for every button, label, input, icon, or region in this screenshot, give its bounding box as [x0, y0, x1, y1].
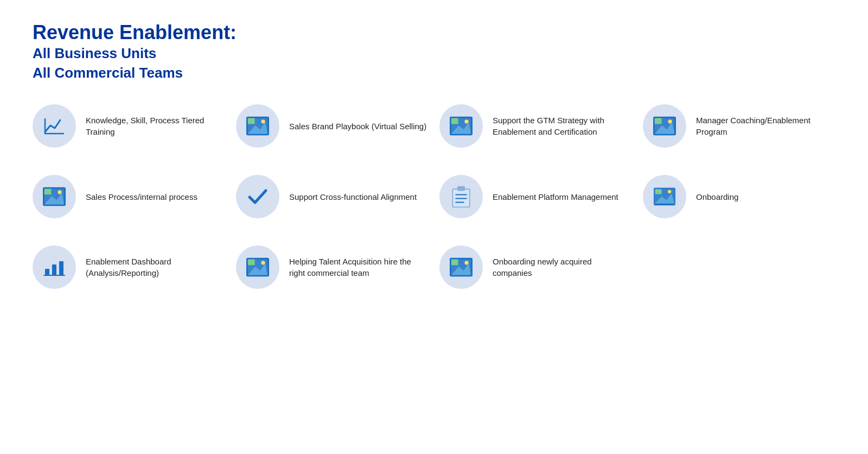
svg-rect-32	[45, 269, 49, 275]
item-label: Helping Talent Acquisition hire the righ…	[289, 256, 429, 279]
main-title: Revenue Enablement:	[33, 22, 835, 43]
items-grid: Knowledge, Skill, Process Tiered Trainin…	[33, 104, 835, 289]
item-label: Sales Process/internal process	[86, 191, 197, 203]
list-item: Support the GTM Strategy with Enablement…	[439, 104, 632, 148]
svg-point-11	[464, 120, 468, 124]
svg-point-6	[261, 120, 265, 124]
item-label: Enablement Dashboard (Analysis/Reporting…	[86, 256, 225, 279]
svg-point-45	[464, 261, 468, 265]
svg-point-21	[58, 191, 61, 194]
svg-point-16	[668, 120, 672, 124]
bar-icon	[33, 245, 76, 289]
image_light-icon	[643, 175, 686, 218]
page-container: Revenue Enablement: All Business Units A…	[0, 0, 868, 311]
item-label: Support the GTM Strategy with Enablement…	[493, 115, 632, 137]
list-item: Enablement Platform Management	[439, 175, 632, 218]
item-label: Support Cross-functional Alignment	[289, 191, 417, 203]
item-label: Enablement Platform Management	[493, 191, 618, 203]
svg-point-40	[261, 261, 265, 265]
list-item: Onboarding newly acquired companies	[439, 245, 632, 289]
image-icon	[236, 104, 279, 148]
checklist-icon	[439, 175, 483, 218]
header: Revenue Enablement: All Business Units A…	[33, 22, 835, 83]
item-label: Manager Coaching/Enablement Program	[696, 115, 835, 137]
list-item: Onboarding	[643, 175, 835, 218]
image-icon	[439, 245, 483, 289]
svg-rect-19	[44, 189, 52, 195]
svg-rect-4	[248, 118, 255, 124]
list-item: Support Cross-functional Alignment	[236, 175, 429, 218]
svg-rect-9	[451, 118, 458, 124]
list-item: Manager Coaching/Enablement Program	[643, 104, 835, 148]
image-icon	[439, 104, 483, 148]
subtitle: All Business Units All Commercial Teams	[33, 43, 835, 83]
list-item: Knowledge, Skill, Process Tiered Trainin…	[33, 104, 225, 148]
svg-rect-23	[457, 186, 465, 191]
list-item: Sales Brand Playbook (Virtual Selling)	[236, 104, 429, 148]
svg-rect-14	[655, 118, 662, 124]
item-label: Sales Brand Playbook (Virtual Selling)	[289, 121, 426, 132]
item-label: Knowledge, Skill, Process Tiered Trainin…	[86, 115, 225, 137]
image-icon	[643, 104, 686, 148]
item-label: Onboarding newly acquired companies	[493, 256, 632, 279]
list-item: Sales Process/internal process	[33, 175, 225, 218]
image-icon	[33, 175, 76, 218]
svg-rect-33	[52, 264, 56, 275]
check-icon	[236, 175, 279, 218]
chart-icon	[33, 104, 76, 148]
svg-rect-34	[59, 261, 63, 275]
svg-rect-38	[248, 260, 255, 266]
svg-rect-29	[655, 190, 662, 194]
svg-rect-43	[451, 260, 458, 266]
list-item: Helping Talent Acquisition hire the righ…	[236, 245, 429, 289]
image-icon	[236, 245, 279, 289]
item-label: Onboarding	[696, 191, 738, 203]
svg-point-31	[668, 190, 671, 193]
list-item: Enablement Dashboard (Analysis/Reporting…	[33, 245, 225, 289]
